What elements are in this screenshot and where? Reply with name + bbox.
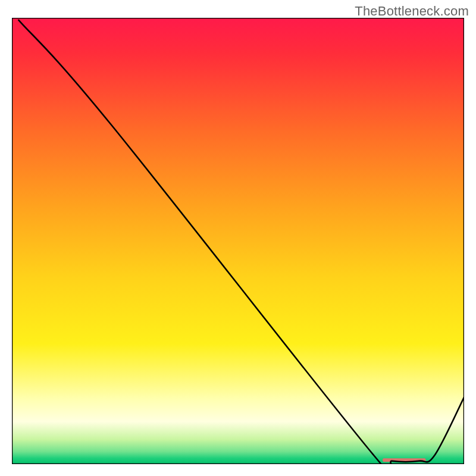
series-layer — [12, 18, 464, 464]
plot-area — [12, 18, 464, 464]
watermark-text: TheBottleneck.com — [355, 4, 469, 19]
chart-root: TheBottleneck.com — [0, 0, 476, 476]
curve-line — [18, 20, 464, 464]
